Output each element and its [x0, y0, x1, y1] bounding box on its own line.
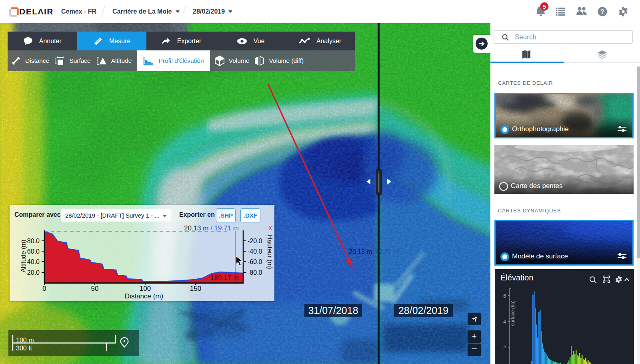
svg-text:Hauteur (m): Hauteur (m)	[266, 235, 273, 269]
svg-text:-80.0: -80.0	[248, 269, 262, 276]
svg-text:5: 5	[543, 4, 546, 10]
svg-text:?: ?	[600, 8, 604, 15]
svg-text:60.0: 60.0	[27, 248, 40, 255]
svg-text:189.17 m: 189.17 m	[210, 274, 239, 282]
svg-text:-40.0: -40.0	[248, 248, 262, 255]
svg-text:20.0: 20.0	[27, 269, 40, 276]
svg-text:40.0: 40.0	[27, 258, 40, 265]
svg-text:Altitude (m): Altitude (m)	[20, 240, 27, 272]
svg-text:80.0: 80.0	[27, 238, 40, 244]
svg-text:-20.0: -20.0	[248, 238, 262, 244]
svg-text:x: x	[269, 224, 272, 231]
svg-text:150: 150	[190, 285, 201, 292]
svg-text:4: 4	[503, 319, 506, 325]
svg-text:surface (ha): surface (ha)	[510, 300, 516, 326]
svg-text:0: 0	[42, 285, 46, 292]
svg-text:100: 100	[140, 285, 151, 292]
svg-text:-60.0: -60.0	[248, 258, 262, 265]
svg-text:50: 50	[91, 285, 99, 292]
svg-text:20.13 m / 19.71 m: 20.13 m / 19.71 m	[184, 224, 239, 232]
svg-text:2: 2	[503, 345, 506, 350]
svg-text:300 ft: 300 ft	[16, 345, 32, 352]
svg-text:6: 6	[503, 293, 506, 299]
svg-text:100 m: 100 m	[16, 337, 34, 344]
svg-text:Distance (m): Distance (m)	[125, 292, 163, 300]
